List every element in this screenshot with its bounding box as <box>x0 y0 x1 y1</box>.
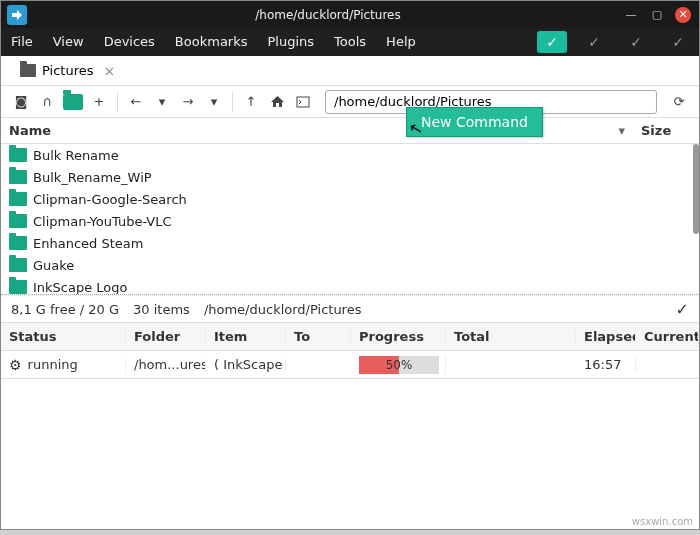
menu-bookmarks[interactable]: Bookmarks <box>165 28 258 56</box>
task-row[interactable]: ⚙ running /hom...ures ( InkScape ) 50% 1… <box>1 351 699 379</box>
status-check-active[interactable]: ✓ <box>537 31 567 53</box>
window-minimize-button[interactable]: — <box>623 7 639 23</box>
file-name: Bulk Rename <box>33 148 119 163</box>
task-blank-area <box>1 379 699 529</box>
folder-icon <box>9 192 27 206</box>
nav-back-button[interactable]: ← <box>124 90 148 114</box>
sort-indicator-icon[interactable]: ▾ <box>618 123 625 138</box>
nav-terminal-button[interactable] <box>291 90 315 114</box>
menu-tools[interactable]: Tools <box>324 28 376 56</box>
task-status: ⚙ running <box>1 357 126 373</box>
task-col-item[interactable]: Item <box>206 329 286 344</box>
task-elapsed: 16:57 <box>576 357 636 372</box>
task-header-row: Status Folder Item To Progress Total Ela… <box>1 323 699 351</box>
progress-bar: 50% <box>359 356 439 374</box>
list-item[interactable]: Clipman-YouTube-VLC <box>1 210 699 232</box>
folder-icon <box>20 64 36 77</box>
task-col-elapsed[interactable]: Elapsed <box>576 329 636 344</box>
file-name: Bulk_Rename_WiP <box>33 170 152 185</box>
list-item[interactable]: Enhanced Steam <box>1 232 699 254</box>
menu-plugins[interactable]: Plugins <box>258 28 325 56</box>
column-size[interactable]: Size <box>641 123 691 138</box>
folder-icon <box>9 280 27 294</box>
scrollbar[interactable] <box>693 144 699 234</box>
separator <box>232 92 233 112</box>
task-folder: /hom...ures <box>126 357 206 372</box>
tab-label: Pictures <box>42 63 93 78</box>
gear-icon: ⚙ <box>9 357 22 373</box>
task-progress: 50% <box>351 356 446 374</box>
task-status-text: running <box>28 357 78 372</box>
tab-pictures[interactable]: Pictures × <box>11 58 124 84</box>
status-count: 30 items <box>133 302 190 317</box>
menubar: File View Devices Bookmarks Plugins Tool… <box>1 28 699 56</box>
list-item[interactable]: Bulk Rename <box>1 144 699 166</box>
tab-close-icon[interactable]: × <box>103 63 115 79</box>
file-name: Enhanced Steam <box>33 236 143 251</box>
svg-rect-0 <box>297 97 309 107</box>
menu-help[interactable]: Help <box>376 28 426 56</box>
menu-file[interactable]: File <box>1 28 43 56</box>
separator <box>117 92 118 112</box>
status-path: /home/ducklord/Pictures <box>204 302 362 317</box>
status-check-3[interactable]: ✓ <box>621 31 651 53</box>
file-name: Clipman-Google-Search <box>33 192 187 207</box>
tool-disk-icon[interactable]: ◙ <box>9 90 33 114</box>
folder-icon <box>9 258 27 272</box>
menu-view[interactable]: View <box>43 28 94 56</box>
tooltip-label: New Command <box>421 114 528 130</box>
tool-add-button[interactable]: + <box>87 90 111 114</box>
list-item[interactable]: Bulk_Rename_WiP <box>1 166 699 188</box>
status-check-2[interactable]: ✓ <box>579 31 609 53</box>
nav-forward-button[interactable]: → <box>176 90 200 114</box>
status-bar: 8,1 G free / 20 G 30 items /home/ducklor… <box>1 295 699 323</box>
status-ok-icon: ✓ <box>676 300 689 319</box>
list-item[interactable]: Guake <box>1 254 699 276</box>
task-item: ( InkScape ) <box>206 357 286 372</box>
reload-button[interactable]: ⟳ <box>667 90 691 114</box>
tool-open-folder-button[interactable] <box>61 90 85 114</box>
file-list-header: Name ▾ Size <box>1 118 699 144</box>
list-item[interactable]: InkScape Logo <box>1 276 699 295</box>
file-name: Clipman-YouTube-VLC <box>33 214 172 229</box>
file-name: InkScape Logo <box>33 280 128 295</box>
folder-icon <box>9 148 27 162</box>
tab-bar: Pictures × <box>1 56 699 86</box>
window-maximize-button[interactable]: ▢ <box>649 7 665 23</box>
nav-forward-dropdown[interactable]: ▾ <box>202 90 226 114</box>
progress-text: 50% <box>359 356 439 374</box>
status-disk: 8,1 G free / 20 G <box>11 302 119 317</box>
nav-up-button[interactable]: ↑ <box>239 90 263 114</box>
nav-back-dropdown[interactable]: ▾ <box>150 90 174 114</box>
nav-home-button[interactable] <box>265 90 289 114</box>
file-name: Guake <box>33 258 74 273</box>
task-col-current[interactable]: Current <box>636 329 699 344</box>
folder-icon <box>9 236 27 250</box>
task-col-progress[interactable]: Progress <box>351 329 446 344</box>
task-col-status[interactable]: Status <box>1 329 126 344</box>
window-titlebar: /home/ducklord/Pictures — ▢ ✕ <box>1 1 699 28</box>
toolbar: ◙ ∩ + ← ▾ → ▾ ↑ ⟳ <box>1 86 699 118</box>
app-icon <box>7 5 27 25</box>
tool-refresh-icon[interactable]: ∩ <box>35 90 59 114</box>
tooltip-new-command: New Command <box>406 107 543 137</box>
list-item[interactable]: Clipman-Google-Search <box>1 188 699 210</box>
window-close-button[interactable]: ✕ <box>675 7 691 23</box>
task-col-folder[interactable]: Folder <box>126 329 206 344</box>
file-list[interactable]: Bulk Rename Bulk_Rename_WiP Clipman-Goog… <box>1 144 699 295</box>
status-check-4[interactable]: ✓ <box>663 31 693 53</box>
task-col-total[interactable]: Total <box>446 329 576 344</box>
window-title: /home/ducklord/Pictures <box>33 8 623 22</box>
menu-devices[interactable]: Devices <box>94 28 165 56</box>
folder-icon <box>9 170 27 184</box>
folder-icon <box>9 214 27 228</box>
watermark: wsxwin.com <box>632 516 693 527</box>
task-col-to[interactable]: To <box>286 329 351 344</box>
